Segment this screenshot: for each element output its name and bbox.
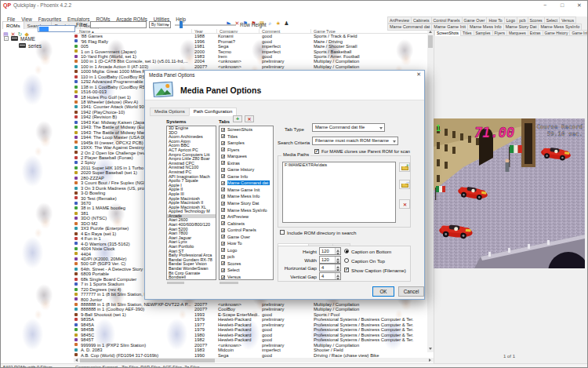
tab-checklist-item[interactable]: ✓ArtPreview [220, 213, 273, 220]
media-path-item[interactable]: F:\MAME\EXTRAs\dats [283, 162, 395, 168]
media-tab-extras[interactable]: Extras [528, 30, 543, 36]
media-tab-game-history[interactable]: Game History [543, 30, 571, 36]
field-spinner-height[interactable]: 120 [319, 247, 341, 255]
tree-item-series[interactable]: series [28, 43, 42, 49]
tab-checklist-item[interactable]: ✓Mame Command dat [220, 180, 273, 187]
tree-item-mame[interactable]: MAME [20, 36, 35, 42]
browse-path-button[interactable]: → [399, 180, 410, 189]
tab-checklist-item[interactable]: ✓Mame Mess Info [220, 193, 273, 200]
scroll-down-icon[interactable] [429, 348, 432, 350]
clones-checkbox[interactable]: ✓ [314, 149, 319, 154]
tab-checklist-item[interactable]: ✓Titles [220, 133, 273, 140]
dialog-tab-path-configuration[interactable]: Path Configuration [189, 107, 238, 116]
show-caption-checkbox[interactable]: ✓ [344, 268, 349, 272]
joystick-icon[interactable]: ♟ [284, 20, 290, 27]
tab-checklist-item[interactable]: ✓Select [220, 267, 273, 274]
tab-checklist-item[interactable]: ✓Mame Game Init [220, 187, 273, 194]
spinner-buttons[interactable] [335, 248, 340, 254]
list-vertical-scrollbar[interactable] [427, 29, 434, 352]
field-spinner-width[interactable]: 120 [319, 256, 341, 264]
checkbox-checked-icon[interactable]: ✓ [221, 248, 225, 252]
checkbox-checked-icon[interactable]: ✓ [221, 155, 225, 158]
tab-type-dropdown[interactable]: Mame Command dat file [312, 123, 385, 132]
tab-checklist-item[interactable]: ✓ScreenShots [220, 126, 273, 133]
checkbox-checked-icon[interactable]: ✓ [221, 255, 225, 259]
tab-checklist-item[interactable]: ✓Flyers [220, 147, 273, 154]
scroll-thumb[interactable] [80, 359, 215, 363]
ok-button[interactable]: OK [372, 286, 394, 297]
cancel-button[interactable]: Cancel [398, 286, 424, 297]
system-item[interactable]: Bondwell [167, 275, 216, 280]
tab-checklist-item[interactable]: ✓Cabinets [220, 220, 273, 228]
media-tab-marquees[interactable]: Marquees [506, 30, 528, 36]
star-icon[interactable]: ★ [275, 20, 281, 27]
field-spinner-vertical-gap[interactable]: 4 [319, 272, 341, 280]
delete-path-button[interactable]: ✕ [399, 199, 410, 209]
spinner-up-icon[interactable] [336, 250, 339, 252]
tab-checklist-item[interactable]: ✓Extras [220, 160, 273, 167]
spinner-down-icon[interactable] [336, 278, 339, 280]
checkbox-checked-icon[interactable]: ✓ [221, 202, 225, 206]
tab-checklist-item[interactable]: ✓Game History [220, 166, 273, 173]
tree-filter-input[interactable] [38, 25, 75, 32]
checkbox-checked-icon[interactable]: ✓ [221, 174, 225, 178]
collapse-icon[interactable]: - [4, 36, 9, 41]
tab-checklist-item[interactable]: ✓How To [220, 240, 273, 247]
tab-checklist-item[interactable]: ✓Game Over [220, 234, 273, 241]
dialog-tab-media-options[interactable]: Media Options [150, 107, 190, 116]
media-tab-mame-command-dat[interactable]: Mame Command dat [387, 24, 432, 31]
checkbox-checked-icon[interactable]: ✓ [221, 148, 225, 151]
tab-checklist-item[interactable]: ✓Samples [220, 140, 273, 147]
scroll-up-icon[interactable] [429, 31, 432, 33]
row-height-slider-thumb[interactable] [180, 21, 183, 28]
search-icon[interactable]: ⌕ [267, 20, 274, 27]
caption-top-radio[interactable] [344, 258, 349, 263]
title-bar[interactable]: QP Quickplay - Phoenix 4.2.2 − □ ✕ [1, 1, 588, 10]
spinner-buttons[interactable] [335, 264, 340, 271]
systems-hscrollbar[interactable] [166, 281, 216, 284]
checkbox-checked-icon[interactable]: ✓ [221, 228, 225, 232]
tabs-hscrollbar[interactable] [219, 281, 274, 284]
scroll-thumb[interactable] [428, 35, 433, 48]
media-tab-flyers[interactable]: Flyers [492, 30, 507, 36]
checkbox-checked-icon[interactable]: ✓ [221, 261, 225, 265]
spinner-up-icon[interactable] [336, 258, 339, 261]
list-horizontal-scrollbar[interactable] [74, 358, 434, 363]
tab-checklist-item[interactable]: ✓Control Panels [220, 227, 273, 234]
media-tab-game-info[interactable]: Game Info [569, 30, 588, 36]
tabs-checklist[interactable]: ✓ScreenShots✓Titles✓Samples✓Flyers✓Marqu… [219, 126, 274, 280]
tab-checklist-item[interactable]: ✓Logo [220, 247, 273, 254]
checkbox-checked-icon[interactable]: ✓ [221, 128, 225, 132]
checkbox-checked-icon[interactable]: ✓ [221, 181, 225, 185]
spinner-buttons[interactable] [335, 273, 340, 279]
checkbox-checked-icon[interactable]: ✓ [221, 221, 225, 225]
media-tab-titles[interactable]: Titles [460, 30, 474, 36]
spinner-up-icon[interactable] [336, 275, 339, 277]
media-tab-screenshots[interactable]: ScreenShots [434, 30, 461, 36]
minimize-icon[interactable]: − [539, 2, 551, 9]
sort-by-dropdown[interactable]: By Name [149, 21, 171, 28]
checkbox-checked-icon[interactable]: ✓ [221, 188, 225, 191]
add-tab-button[interactable]: + [233, 115, 242, 122]
close-icon[interactable]: ✕ [573, 2, 586, 9]
dialog-close-icon[interactable]: ✕ [416, 71, 421, 78]
rom-row[interactable]: A.B. Cop (World) (FD1094 317-0169b)1990S… [74, 352, 427, 357]
checkbox-checked-icon[interactable]: ✓ [221, 208, 225, 212]
systems-list[interactable]: 3D Engine3DOAcorn ArchimedesAcorn AtomAc… [166, 126, 216, 280]
media-tab-samples[interactable]: Samples [474, 30, 493, 36]
add-path-button[interactable]: + [399, 162, 410, 172]
checkbox-checked-icon[interactable]: ✓ [221, 215, 225, 219]
tab-checklist-item[interactable]: ✓Mame Mess SysInfo [220, 207, 273, 214]
checkbox-checked-icon[interactable]: ✓ [221, 168, 225, 172]
remove-tab-button[interactable]: ✕ [245, 115, 254, 122]
scroll-left-icon[interactable] [75, 359, 78, 362]
spinner-up-icon[interactable] [336, 266, 339, 268]
include-rom-checkbox[interactable] [280, 230, 285, 235]
checkbox-checked-icon[interactable]: ✓ [221, 242, 225, 246]
tab-checklist-item[interactable]: ✓Mame Story Dat [220, 200, 273, 207]
checkbox-checked-icon[interactable]: ✓ [221, 141, 225, 145]
checkbox-checked-icon[interactable]: ✓ [221, 275, 225, 279]
checkbox-checked-icon[interactable]: ✓ [221, 268, 225, 272]
field-spinner-horizontal-gap[interactable]: 4 [319, 264, 341, 271]
checkbox-checked-icon[interactable]: ✓ [221, 195, 225, 199]
